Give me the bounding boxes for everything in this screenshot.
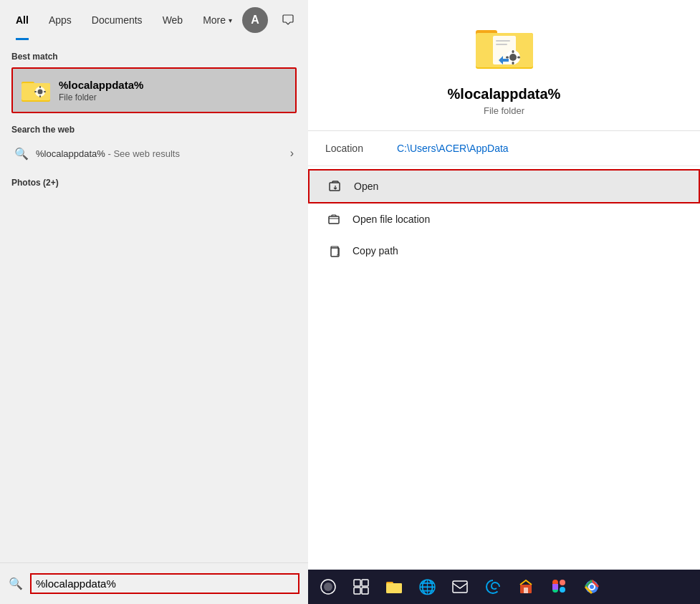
svg-rect-26: [354, 580, 360, 586]
location-row: Location C:\Users\ACER\AppData: [308, 131, 700, 166]
svg-rect-18: [512, 62, 514, 64]
best-match-info: %localappdata% File folder: [59, 79, 143, 102]
svg-point-43: [590, 585, 594, 589]
svg-point-4: [38, 90, 43, 95]
svg-point-39: [560, 587, 565, 593]
open-file-location-button[interactable]: Open file location: [308, 203, 700, 235]
detail-subtitle: File folder: [484, 105, 524, 116]
avatar-letter: A: [251, 14, 259, 27]
tabs-row: All Apps Documents Web More ▾ A ··· ✕: [0, 0, 308, 40]
svg-rect-8: [44, 91, 46, 92]
svg-rect-33: [453, 581, 467, 593]
svg-rect-19: [506, 57, 509, 59]
detail-panel: %localappdata% File folder Location C:\U…: [308, 0, 700, 604]
taskbar-fileexplorer-icon[interactable]: [380, 572, 408, 601]
svg-rect-13: [496, 40, 510, 42]
svg-point-16: [509, 54, 517, 61]
svg-point-25: [324, 583, 332, 591]
detail-header: %localappdata% File folder: [308, 0, 700, 131]
taskbar-mail-icon[interactable]: [446, 572, 474, 601]
search-results-area: Best match %localappdata% File folder: [0, 40, 308, 562]
feedback-button[interactable]: [274, 6, 302, 34]
svg-rect-22: [329, 216, 339, 224]
taskbar-browser-icon[interactable]: 🌐: [413, 572, 441, 601]
taskbar-search-icon[interactable]: [314, 572, 342, 601]
chevron-down-icon: ▾: [229, 16, 232, 24]
svg-rect-7: [34, 91, 37, 92]
taskbar: 🌐: [308, 570, 700, 604]
best-match-label: Best match: [11, 52, 297, 62]
copy-path-icon: [325, 242, 342, 259]
svg-rect-17: [512, 50, 514, 53]
svg-rect-27: [362, 580, 368, 586]
taskbar-edge-icon[interactable]: [479, 572, 507, 601]
search-box-container: 🔍: [0, 562, 308, 604]
svg-rect-28: [354, 588, 360, 594]
detail-folder-icon: [476, 23, 533, 75]
taskbar-store-icon[interactable]: [512, 572, 540, 601]
search-panel: All Apps Documents Web More ▾ A ··· ✕: [0, 0, 308, 604]
action-list: Open Open file location Copy path: [308, 166, 700, 269]
avatar-button[interactable]: A: [242, 7, 268, 33]
detail-title: %localappdata%: [448, 86, 561, 102]
best-match-subtitle: File folder: [59, 92, 143, 102]
search-web-query: %localappdata% - See web results: [36, 148, 290, 159]
tab-all[interactable]: All: [6, 0, 39, 40]
taskbar-chrome-icon[interactable]: [577, 572, 606, 601]
search-icon: 🔍: [14, 146, 29, 160]
tab-more-label: More: [203, 14, 226, 26]
taskbar-figma-icon[interactable]: [545, 572, 573, 601]
search-icon-small: 🔍: [9, 577, 23, 591]
svg-rect-37: [560, 580, 565, 585]
best-match-title: %localappdata%: [59, 79, 143, 91]
search-web-item[interactable]: 🔍 %localappdata% - See web results ›: [11, 140, 297, 166]
svg-rect-29: [362, 588, 368, 594]
svg-rect-35: [524, 588, 528, 593]
search-web-section: Search the web 🔍 %localappdata% - See we…: [11, 125, 297, 166]
tab-apps[interactable]: Apps: [39, 0, 82, 40]
chevron-right-icon: ›: [290, 147, 294, 160]
svg-rect-21: [330, 183, 340, 191]
feedback-icon: [282, 14, 294, 26]
taskbar-taskview-icon[interactable]: [347, 572, 375, 601]
location-label: Location: [325, 143, 397, 154]
svg-rect-5: [39, 86, 41, 88]
svg-rect-20: [517, 57, 520, 59]
tab-more[interactable]: More ▾: [193, 0, 242, 40]
photos-label: Photos (2+): [11, 178, 297, 188]
tab-web[interactable]: Web: [153, 0, 193, 40]
folder-with-gear-icon: [21, 76, 50, 105]
best-match-item[interactable]: %localappdata% File folder: [11, 67, 297, 113]
open-icon: [327, 178, 344, 195]
svg-rect-14: [496, 44, 507, 45]
svg-rect-40: [552, 584, 558, 590]
search-web-label: Search the web: [11, 125, 297, 135]
copy-path-button[interactable]: Copy path: [308, 235, 700, 267]
open-label: Open: [354, 181, 378, 192]
open-button[interactable]: Open: [308, 169, 700, 203]
search-input[interactable]: [30, 573, 299, 594]
copy-path-label: Copy path: [353, 245, 398, 257]
svg-rect-32: [386, 583, 402, 593]
location-link[interactable]: C:\Users\ACER\AppData: [397, 143, 509, 154]
see-web-results-text: - See web results: [107, 148, 179, 159]
tab-documents[interactable]: Documents: [82, 0, 153, 40]
photos-section: Photos (2+): [11, 178, 297, 188]
open-file-location-label: Open file location: [353, 214, 430, 225]
svg-rect-6: [39, 95, 41, 97]
open-file-location-icon: [325, 211, 342, 228]
